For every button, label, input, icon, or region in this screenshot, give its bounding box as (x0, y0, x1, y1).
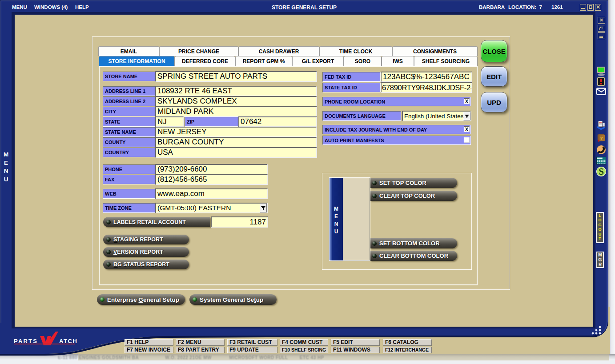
svg-text:?: ? (600, 136, 603, 140)
svg-text:S: S (599, 166, 604, 177)
